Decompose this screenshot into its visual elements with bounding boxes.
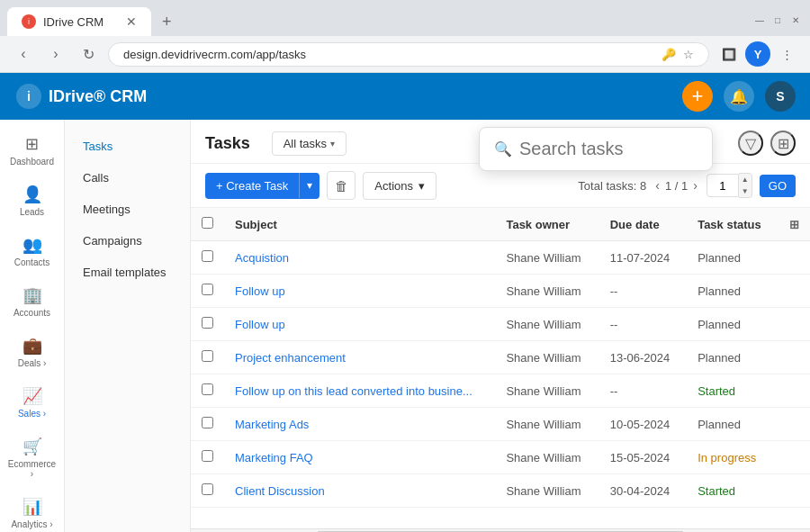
page-stepper: ▲ ▼ [739, 173, 752, 198]
status-cell: Planned [687, 408, 778, 441]
app: i IDrive® CRM + 🔔 S ⊞ Dashboard 👤 Leads … [0, 73, 810, 532]
owner-cell: Shane William [495, 241, 598, 275]
subject-cell[interactable]: Marketing Ads [224, 408, 495, 441]
page-number-input[interactable] [706, 174, 739, 197]
total-tasks-label: Total tasks: 8 [578, 179, 646, 193]
row-action-cell [778, 474, 810, 508]
subject-cell[interactable]: Follow up [224, 275, 495, 308]
due-date-cell: -- [599, 308, 687, 341]
subject-cell[interactable]: Follow up on this lead converted into bu… [224, 374, 495, 408]
subject-cell[interactable]: Project enhancement [224, 341, 495, 374]
column-settings-icon[interactable]: ⊞ [778, 208, 810, 241]
filter-icon[interactable]: ▽ [738, 131, 763, 156]
pagination-info: Total tasks: 8 ‹ 1 / 1 › ▲ ▼ GO [578, 173, 796, 198]
filter-dropdown[interactable]: All tasks ▾ [272, 131, 346, 156]
new-tab-button[interactable]: + [155, 9, 179, 35]
table-row: Acquistion Shane William 11-07-2024 Plan… [191, 241, 810, 275]
sidebar-item-accounts[interactable]: 🏢 Accounts [4, 278, 61, 325]
deals-icon: 💼 [22, 336, 42, 356]
analytics-icon: 📊 [22, 497, 42, 517]
owner-cell: Shane William [495, 308, 598, 341]
menu-icon[interactable]: ⋮ [774, 41, 799, 67]
row-action-cell [778, 341, 810, 374]
profile-icon[interactable]: Y [745, 41, 770, 67]
table-row: Follow up Shane William -- Planned [191, 308, 810, 341]
nav-item-tasks[interactable]: Tasks [65, 131, 190, 162]
sidebar-label-sales: Sales › [18, 409, 46, 419]
logo-icon: i [14, 82, 43, 111]
sidebar-item-leads[interactable]: 👤 Leads [4, 177, 61, 224]
tab-close-button[interactable]: ✕ [126, 14, 137, 29]
window-controls: — □ ✕ [752, 13, 803, 31]
table-row: Marketing Ads Shane William 10-05-2024 P… [191, 408, 810, 441]
actions-button[interactable]: Actions ▾ [363, 172, 436, 200]
sidebar-item-dashboard[interactable]: ⊞ Dashboard [4, 127, 61, 174]
search-input[interactable] [519, 139, 698, 159]
delete-button[interactable]: 🗑 [327, 171, 356, 200]
sidebar-item-contacts[interactable]: 👥 Contacts [4, 228, 61, 275]
page-decrement-button[interactable]: ▼ [739, 185, 752, 197]
row-checkbox[interactable] [202, 450, 213, 462]
row-checkbox-cell [191, 308, 224, 341]
subject-cell[interactable]: Acquistion [224, 241, 495, 275]
task-status-column-header: Task status [687, 208, 778, 241]
create-task-button[interactable]: + Create Task ▾ [205, 173, 320, 199]
nav-item-campaigns[interactable]: Campaigns [65, 225, 190, 257]
prev-page-button[interactable]: ‹ [653, 176, 662, 194]
forward-button[interactable]: › [43, 41, 68, 67]
owner-cell: Shane William [495, 374, 598, 408]
nav-item-calls[interactable]: Calls [65, 162, 190, 194]
grid-view-icon[interactable]: ⊞ [770, 131, 796, 156]
add-button[interactable]: + [682, 81, 713, 112]
lock-icon: 🔑 [662, 48, 676, 61]
row-checkbox[interactable] [202, 284, 213, 295]
notification-button[interactable]: 🔔 [724, 81, 754, 112]
status-cell: Started [687, 374, 778, 408]
subject-cell[interactable]: Marketing FAQ [224, 441, 495, 474]
select-all-checkbox[interactable] [202, 217, 213, 229]
row-action-cell [778, 308, 810, 341]
sidebar-item-deals[interactable]: 💼 Deals › [4, 329, 61, 375]
sidebar: ⊞ Dashboard 👤 Leads 👥 Contacts 🏢 Account… [0, 120, 65, 532]
row-checkbox[interactable] [202, 317, 213, 329]
row-checkbox[interactable] [202, 383, 213, 395]
back-button[interactable]: ‹ [11, 41, 36, 67]
task-owner-column-header: Task owner [495, 208, 598, 241]
browser-chrome: i IDrive CRM ✕ + — □ ✕ ‹ › ↻ design.devi… [0, 0, 810, 73]
row-checkbox[interactable] [202, 250, 213, 262]
nav-item-meetings[interactable]: Meetings [65, 194, 190, 225]
row-checkbox[interactable] [202, 483, 213, 495]
row-checkbox[interactable] [202, 417, 213, 428]
select-all-header [191, 208, 224, 241]
row-checkbox-cell [191, 441, 224, 474]
sidebar-item-analytics[interactable]: 📊 Analytics › [4, 490, 61, 532]
page-nav: ‹ 1 / 1 › [653, 176, 699, 194]
close-button[interactable]: ✕ [788, 13, 803, 27]
table-header: Subject Task owner Due date Task status … [191, 208, 810, 241]
avatar-button[interactable]: S [765, 81, 796, 112]
sidebar-label-dashboard: Dashboard [10, 157, 54, 167]
next-page-button[interactable]: › [691, 176, 699, 194]
row-checkbox[interactable] [202, 350, 213, 362]
active-tab[interactable]: i IDrive CRM ✕ [7, 7, 151, 36]
nav-item-email-templates[interactable]: Email templates [65, 257, 190, 288]
extensions-icon[interactable]: 🔲 [716, 41, 742, 67]
url-bar[interactable]: design.devidrivecrm.com/app/tasks 🔑 ☆ [108, 42, 709, 67]
sidebar-item-sales[interactable]: 📈 Sales › [4, 379, 61, 426]
browser-menu: 🔲 Y ⋮ [716, 41, 799, 67]
actions-label: Actions [374, 179, 413, 193]
minimize-button[interactable]: — [752, 13, 767, 27]
due-date-cell: -- [599, 275, 687, 308]
owner-cell: Shane William [495, 341, 598, 374]
subject-cell[interactable]: Client Discussion [224, 474, 495, 508]
refresh-button[interactable]: ↻ [76, 41, 101, 67]
subject-cell[interactable]: Follow up [224, 308, 495, 341]
page-increment-button[interactable]: ▲ [739, 174, 752, 185]
horizontal-scrollbar[interactable] [191, 528, 810, 532]
maximize-button[interactable]: □ [770, 13, 785, 27]
sidebar-item-ecommerce[interactable]: 🛒 Ecommerce › [4, 429, 61, 486]
header-right: ▽ ⊞ [738, 131, 796, 156]
create-task-dropdown-icon[interactable]: ▾ [299, 173, 320, 198]
go-button[interactable]: GO [760, 175, 796, 197]
row-action-cell [778, 275, 810, 308]
